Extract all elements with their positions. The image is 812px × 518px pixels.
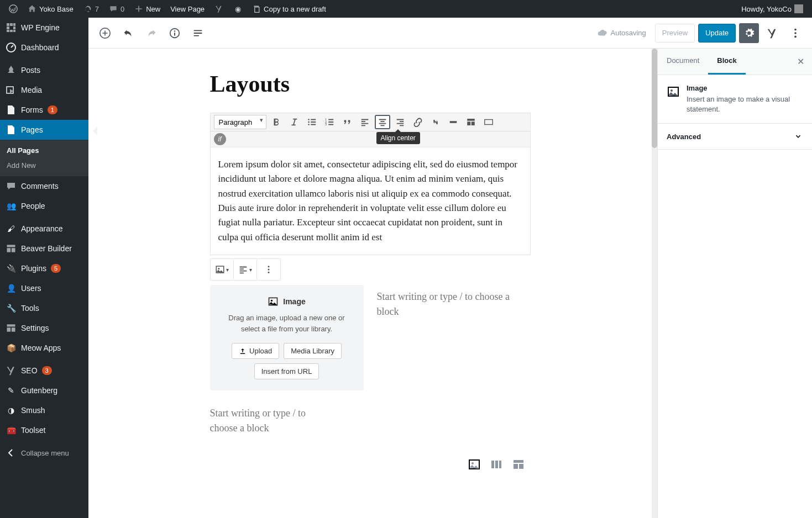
block-nav-button[interactable] — [188, 23, 208, 43]
link-button[interactable] — [410, 115, 426, 129]
tab-block[interactable]: Block — [708, 49, 745, 75]
image-block-toolbar: ▾ ▾ — [210, 258, 281, 281]
block-appender — [210, 458, 531, 471]
image-block-desc: Drag an image, upload a new one or selec… — [220, 313, 354, 334]
toolbar-toggle-button[interactable] — [481, 115, 496, 129]
unlink-button[interactable] — [428, 115, 443, 129]
admin-sidebar: WP Engine Dashboard Posts Media Forms1 P… — [0, 18, 88, 518]
scrollbar-thumb[interactable] — [652, 49, 657, 148]
block-align-button[interactable]: ▾ — [234, 259, 257, 280]
insert-image-icon[interactable] — [468, 458, 481, 471]
align-left-button[interactable] — [357, 115, 373, 129]
classic-content[interactable]: Lorem ipsum dolor sit amet, consectetur … — [211, 147, 530, 255]
mi-pages[interactable]: Pages — [0, 120, 88, 140]
insert-layout-icon[interactable] — [512, 458, 525, 471]
mi-collapse[interactable]: Collapse menu — [0, 442, 88, 463]
bold-button[interactable] — [269, 115, 284, 129]
ab-howdy[interactable]: Howdy, YokoCo — [737, 0, 808, 18]
page-title[interactable]: Layouts — [210, 71, 531, 97]
block-card-desc: Insert an image to make a visual stateme… — [687, 94, 803, 114]
empty-paragraph-placeholder[interactable]: Start writing or type / to choose a bloc… — [210, 406, 310, 436]
chevron-down-icon — [793, 131, 803, 141]
more-menu-button[interactable] — [785, 23, 805, 43]
media-library-button[interactable]: Media Library — [284, 343, 342, 359]
scrollbar[interactable] — [652, 49, 657, 518]
inspector-block-card: Image Insert an image to make a visual s… — [658, 75, 812, 124]
classic-toolbar-row2: if — [211, 131, 530, 147]
classic-block[interactable]: Paragraph — [210, 113, 531, 255]
insert-columns-icon[interactable] — [490, 458, 503, 471]
fullscreen-button[interactable] — [463, 115, 479, 129]
ol-button[interactable] — [322, 115, 337, 129]
insert-url-button[interactable]: Insert from URL — [254, 363, 319, 379]
redo-button[interactable] — [142, 23, 161, 43]
inspector-advanced-panel[interactable]: Advanced — [658, 124, 812, 150]
update-button[interactable]: Update — [698, 24, 736, 43]
tab-document[interactable]: Document — [658, 49, 708, 75]
mi-comments[interactable]: Comments — [0, 176, 88, 196]
ab-misc-icon[interactable]: ◉ — [229, 0, 247, 18]
mi-seo[interactable]: SEO3 — [0, 360, 88, 380]
ab-new[interactable]: New — [130, 0, 165, 18]
classic-toolbar: Paragraph — [211, 113, 530, 131]
column-placeholder[interactable]: Start writing or type / to choose a bloc… — [377, 285, 531, 319]
settings-toggle-button[interactable] — [739, 23, 759, 43]
format-select[interactable]: Paragraph — [214, 115, 266, 129]
readmore-button[interactable] — [446, 115, 461, 129]
upload-button[interactable]: Upload — [232, 343, 279, 359]
quote-button[interactable] — [339, 115, 355, 129]
inspector-sidebar: Document Block ✕ Image Insert an image t… — [657, 49, 812, 518]
inspector-close-icon[interactable]: ✕ — [789, 49, 812, 75]
image-placeholder-block[interactable]: Image Drag an image, upload a new one or… — [210, 285, 364, 390]
align-center-button[interactable] — [375, 115, 390, 129]
block-card-icon — [667, 85, 680, 98]
image-block-title: Image — [283, 297, 305, 306]
admin-bar: Yoko Base 7 0 New View Page ◉ Copy to a … — [0, 0, 812, 18]
preview-button[interactable]: Preview — [655, 24, 695, 43]
italic-button[interactable] — [286, 115, 302, 129]
editor-canvas[interactable]: Layouts Paragraph — [88, 49, 652, 518]
editor-topbar: Autosaving Preview Update — [88, 18, 812, 49]
avatar-icon — [794, 4, 803, 13]
yoast-toggle-button[interactable] — [762, 23, 782, 43]
ab-comments[interactable]: 0 — [104, 0, 129, 18]
mi-beaver[interactable]: Beaver Builder — [0, 239, 88, 258]
ab-site[interactable]: Yoko Base — [23, 0, 78, 18]
ab-view-page[interactable]: View Page — [166, 0, 209, 18]
content-info-button[interactable] — [165, 23, 185, 43]
ab-yoast-icon[interactable] — [210, 0, 228, 18]
current-arrow-icon — [88, 126, 97, 135]
autosave-status: Autosaving — [598, 28, 646, 38]
block-more-button[interactable] — [257, 259, 280, 280]
plugin-icon[interactable]: if — [214, 133, 226, 145]
block-type-button[interactable]: ▾ — [211, 259, 234, 280]
block-card-title: Image — [687, 84, 803, 92]
align-center-tooltip: Align center — [376, 132, 420, 144]
align-right-button[interactable] — [392, 115, 408, 129]
ul-button[interactable] — [304, 115, 319, 129]
ab-updates[interactable]: 7 — [79, 0, 103, 18]
ab-copy-draft[interactable]: Copy to a new draft — [248, 0, 331, 18]
